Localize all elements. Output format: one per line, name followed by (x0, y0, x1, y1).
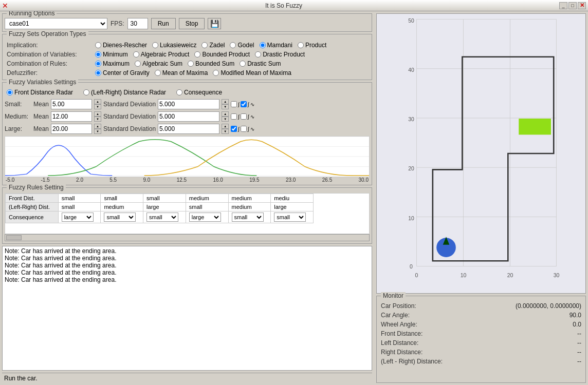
cv-min-radio[interactable] (95, 51, 101, 57)
var-cons-radio[interactable] (176, 89, 182, 95)
medium-std-down[interactable]: ▼ (222, 117, 229, 122)
save-button[interactable]: 💾 (208, 18, 221, 29)
large-std-down[interactable]: ▼ (222, 129, 229, 134)
var-cons-option[interactable]: Consequence (176, 89, 222, 96)
consequence-select-6[interactable]: smallmediumlarge (274, 213, 306, 222)
svg-text:30: 30 (554, 273, 560, 278)
medium-check1[interactable] (231, 113, 237, 120)
close-button[interactable]: ✕ (578, 2, 586, 9)
medium-std-up[interactable]: ▲ (222, 111, 229, 117)
cr-as-radio[interactable] (135, 61, 141, 67)
horizontal-scrollbar[interactable] (5, 234, 370, 241)
rules-r1-c2: medium (101, 203, 143, 211)
cv-ap-option[interactable]: Algebraic Product (133, 51, 190, 58)
cr-ds-radio[interactable] (240, 61, 246, 67)
def-mom-radio[interactable] (155, 70, 161, 76)
small-mean-spinner[interactable]: ▲ ▼ (94, 99, 101, 109)
small-check1[interactable] (231, 101, 237, 107)
large-std-input[interactable] (158, 124, 219, 134)
small-std-down[interactable]: ▼ (222, 104, 229, 109)
run-button[interactable]: Run (151, 18, 176, 29)
large-mean-down[interactable]: ▼ (94, 129, 101, 134)
imp-go-radio[interactable] (230, 42, 236, 48)
imp-lk-option[interactable]: Lukasieweicz (152, 42, 196, 49)
cr-as-option[interactable]: Algebraic Sum (135, 60, 182, 67)
small-check2[interactable] (241, 101, 247, 107)
imp-lk-radio[interactable] (152, 42, 158, 48)
consequence-select-2[interactable]: smallmediumlarge (104, 213, 136, 222)
medium-mean-down[interactable]: ▼ (94, 117, 101, 122)
cr-bs-option[interactable]: Bounded Sum (188, 60, 234, 67)
rules-table: Front Dist. small small small medium med… (5, 194, 314, 223)
medium-mean-up[interactable]: ▲ (94, 111, 101, 117)
cr-ds-option[interactable]: Drastic Sum (240, 60, 281, 67)
stop-button[interactable]: Stop (179, 18, 205, 29)
scrollbar-thumb[interactable] (6, 235, 22, 240)
medium-std-spinner[interactable]: ▲ ▼ (222, 111, 229, 122)
var-front-radio[interactable] (7, 89, 13, 95)
imp-dr-radio[interactable] (95, 42, 101, 48)
svg-rect-16 (519, 119, 551, 134)
maximize-button[interactable]: □ (568, 2, 577, 9)
consequence-select-4[interactable]: largesmallmedium (189, 213, 221, 222)
large-mean-spinner[interactable]: ▲ ▼ (94, 124, 101, 134)
def-cog-option[interactable]: Center of Gravity (95, 69, 150, 76)
small-mean-input[interactable] (51, 99, 92, 109)
rules-r1-c6: large (271, 203, 314, 211)
imp-go-option[interactable]: Godel (230, 42, 254, 49)
large-std-up[interactable]: ▲ (222, 124, 229, 129)
log-area[interactable]: Note: Car has arrived at the ending area… (2, 246, 372, 371)
monitor-value-6: -- (478, 357, 583, 366)
small-std-spinner[interactable]: ▲ ▼ (222, 99, 229, 109)
def-cog-radio[interactable] (95, 70, 101, 76)
var-front-option[interactable]: Front Distance Radar (7, 89, 73, 96)
small-mean-down[interactable]: ▼ (94, 104, 101, 109)
large-check2[interactable] (241, 126, 247, 132)
cv-dp-radio[interactable] (255, 51, 261, 57)
imp-pr-option[interactable]: Product (298, 42, 326, 49)
rules-table-wrapper[interactable]: Front Dist. small small small medium med… (5, 193, 370, 234)
imp-ma-radio[interactable] (260, 42, 266, 48)
small-std-input[interactable] (158, 99, 219, 109)
monitor-value-1: 90.0 (478, 311, 583, 320)
medium-mean-spinner[interactable]: ▲ ▼ (94, 111, 101, 122)
minimize-button[interactable]: _ (559, 2, 567, 9)
def-mmom-radio[interactable] (213, 70, 219, 76)
medium-check2[interactable] (241, 113, 247, 120)
small-mean-up[interactable]: ▲ (94, 99, 101, 104)
large-check1[interactable] (231, 126, 237, 132)
consequence-select-1[interactable]: largesmallmedium (62, 213, 94, 222)
def-mom-option[interactable]: Mean of Maxima (155, 69, 208, 76)
small-checks: ∫ ∫ ∿ (231, 101, 254, 107)
cv-dp-option[interactable]: Drastic Product (255, 51, 305, 58)
imp-za-radio[interactable] (201, 42, 208, 48)
consequence-select-5[interactable]: smallmediumlarge (232, 213, 264, 222)
medium-mean-input[interactable] (51, 111, 92, 122)
consequence-select-3[interactable]: smallmediumlarge (146, 213, 178, 222)
var-lr-radio[interactable] (83, 89, 89, 95)
def-mmom-option[interactable]: Modified Mean of Maxima (213, 69, 291, 76)
var-lr-option[interactable]: (Left-Right) Distance Radar (83, 89, 166, 96)
monitor-value-0: (0.0000000, 0.0000000) (478, 301, 583, 311)
cv-bp-radio[interactable] (194, 51, 200, 57)
cr-max-option[interactable]: Maximum (95, 60, 130, 67)
log-line-5: Note: Car has arrived at the ending area… (5, 276, 370, 283)
imp-za-option[interactable]: Zadel (201, 42, 225, 49)
case-select[interactable]: case01 case02 case03 (5, 18, 107, 29)
cv-ap-radio[interactable] (133, 51, 139, 57)
imp-pr-radio[interactable] (298, 42, 304, 48)
small-std-up[interactable]: ▲ (222, 99, 229, 104)
medium-std-input[interactable] (158, 111, 219, 122)
imp-ma-option[interactable]: Mamdani (260, 42, 292, 49)
imp-dr-option[interactable]: Dienes-Rescher (95, 42, 147, 49)
small-curve-icon1: ∫ (238, 102, 240, 107)
large-mean-input[interactable] (51, 124, 92, 134)
cv-bp-option[interactable]: Bounded Product (194, 51, 250, 58)
large-mean-up[interactable]: ▲ (94, 124, 101, 129)
large-std-spinner[interactable]: ▲ ▼ (222, 124, 229, 134)
rules-r2-c4: largesmallmedium (186, 211, 228, 223)
cv-min-option[interactable]: Minimum (95, 51, 128, 58)
cr-max-radio[interactable] (95, 61, 101, 67)
fps-input[interactable] (127, 18, 148, 29)
cr-bs-radio[interactable] (188, 61, 194, 67)
